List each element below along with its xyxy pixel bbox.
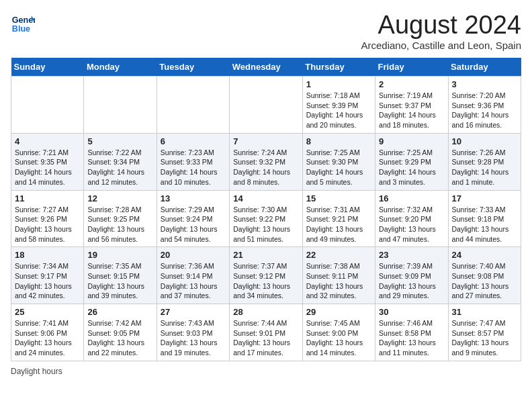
table-row: 7Sunrise: 7:24 AM Sunset: 9:32 PM Daylig…	[230, 133, 302, 190]
table-row: 8Sunrise: 7:25 AM Sunset: 9:30 PM Daylig…	[302, 133, 375, 190]
day-number: 28	[233, 307, 298, 317]
day-info: Sunrise: 7:24 AM Sunset: 9:32 PM Dayligh…	[233, 148, 298, 187]
day-info: Sunrise: 7:36 AM Sunset: 9:14 PM Dayligh…	[161, 261, 226, 301]
day-number: 10	[452, 136, 517, 146]
table-row: 11Sunrise: 7:27 AM Sunset: 9:26 PM Dayli…	[11, 190, 84, 247]
table-row	[157, 77, 229, 134]
calendar-week-row: 18Sunrise: 7:34 AM Sunset: 9:17 PM Dayli…	[11, 247, 521, 304]
header-sunday: Sunday	[11, 58, 84, 77]
day-info: Sunrise: 7:46 AM Sunset: 8:58 PM Dayligh…	[379, 318, 444, 358]
table-row: 29Sunrise: 7:45 AM Sunset: 9:00 PM Dayli…	[302, 304, 375, 361]
day-info: Sunrise: 7:39 AM Sunset: 9:09 PM Dayligh…	[379, 261, 444, 301]
day-info: Sunrise: 7:28 AM Sunset: 9:25 PM Dayligh…	[87, 205, 152, 244]
calendar-week-row: 4Sunrise: 7:21 AM Sunset: 9:35 PM Daylig…	[11, 133, 521, 190]
table-row: 10Sunrise: 7:26 AM Sunset: 9:28 PM Dayli…	[448, 133, 521, 190]
day-info: Sunrise: 7:18 AM Sunset: 9:39 PM Dayligh…	[306, 91, 371, 130]
day-info: Sunrise: 7:40 AM Sunset: 9:08 PM Dayligh…	[452, 261, 517, 301]
table-row: 18Sunrise: 7:34 AM Sunset: 9:17 PM Dayli…	[11, 247, 84, 304]
day-info: Sunrise: 7:23 AM Sunset: 9:33 PM Dayligh…	[161, 148, 226, 187]
logo-icon: General Blue	[11, 11, 35, 35]
day-info: Sunrise: 7:19 AM Sunset: 9:37 PM Dayligh…	[379, 91, 444, 130]
month-year-title: August 2024	[361, 11, 522, 40]
day-info: Sunrise: 7:47 AM Sunset: 8:57 PM Dayligh…	[452, 318, 517, 358]
day-number: 30	[379, 307, 444, 317]
day-number: 9	[379, 136, 444, 146]
svg-text:Blue: Blue	[12, 24, 30, 34]
day-info: Sunrise: 7:29 AM Sunset: 9:24 PM Dayligh…	[161, 205, 226, 244]
table-row: 15Sunrise: 7:31 AM Sunset: 9:21 PM Dayli…	[302, 190, 375, 247]
day-number: 4	[15, 136, 80, 146]
calendar-week-row: 1Sunrise: 7:18 AM Sunset: 9:39 PM Daylig…	[11, 77, 521, 134]
table-row: 28Sunrise: 7:44 AM Sunset: 9:01 PM Dayli…	[230, 304, 302, 361]
day-number: 2	[379, 79, 444, 89]
day-number: 22	[306, 250, 371, 260]
day-number: 5	[87, 136, 152, 146]
header-tuesday: Tuesday	[157, 58, 229, 77]
footer-note: Daylight hours	[11, 367, 521, 376]
day-number: 3	[452, 79, 517, 89]
header-friday: Friday	[375, 58, 448, 77]
table-row: 6Sunrise: 7:23 AM Sunset: 9:33 PM Daylig…	[157, 133, 229, 190]
table-row: 16Sunrise: 7:32 AM Sunset: 9:20 PM Dayli…	[375, 190, 448, 247]
weekday-header-row: Sunday Monday Tuesday Wednesday Thursday…	[11, 58, 521, 77]
day-info: Sunrise: 7:27 AM Sunset: 9:26 PM Dayligh…	[15, 205, 80, 244]
table-row: 3Sunrise: 7:20 AM Sunset: 9:36 PM Daylig…	[448, 77, 521, 134]
table-row: 22Sunrise: 7:38 AM Sunset: 9:11 PM Dayli…	[302, 247, 375, 304]
day-info: Sunrise: 7:44 AM Sunset: 9:01 PM Dayligh…	[233, 318, 298, 358]
day-number: 18	[15, 250, 80, 260]
table-row: 9Sunrise: 7:25 AM Sunset: 9:29 PM Daylig…	[375, 133, 448, 190]
table-row: 5Sunrise: 7:22 AM Sunset: 9:34 PM Daylig…	[84, 133, 157, 190]
day-number: 27	[161, 307, 226, 317]
day-number: 14	[233, 193, 298, 203]
day-info: Sunrise: 7:21 AM Sunset: 9:35 PM Dayligh…	[15, 148, 80, 187]
day-info: Sunrise: 7:25 AM Sunset: 9:30 PM Dayligh…	[306, 148, 371, 187]
day-number: 25	[15, 307, 80, 317]
table-row: 19Sunrise: 7:35 AM Sunset: 9:15 PM Dayli…	[84, 247, 157, 304]
day-number: 16	[379, 193, 444, 203]
table-row: 23Sunrise: 7:39 AM Sunset: 9:09 PM Dayli…	[375, 247, 448, 304]
day-info: Sunrise: 7:41 AM Sunset: 9:06 PM Dayligh…	[15, 318, 80, 358]
table-row	[230, 77, 302, 134]
table-row	[11, 77, 84, 134]
table-row: 21Sunrise: 7:37 AM Sunset: 9:12 PM Dayli…	[230, 247, 302, 304]
table-row: 17Sunrise: 7:33 AM Sunset: 9:18 PM Dayli…	[448, 190, 521, 247]
day-info: Sunrise: 7:26 AM Sunset: 9:28 PM Dayligh…	[452, 148, 517, 187]
table-row: 20Sunrise: 7:36 AM Sunset: 9:14 PM Dayli…	[157, 247, 229, 304]
page-header: General Blue August 2024 Arcediano, Cast…	[11, 11, 521, 51]
day-number: 23	[379, 250, 444, 260]
day-number: 11	[15, 193, 80, 203]
table-row: 1Sunrise: 7:18 AM Sunset: 9:39 PM Daylig…	[302, 77, 375, 134]
table-row: 26Sunrise: 7:42 AM Sunset: 9:05 PM Dayli…	[84, 304, 157, 361]
day-number: 7	[233, 136, 298, 146]
table-row: 25Sunrise: 7:41 AM Sunset: 9:06 PM Dayli…	[11, 304, 84, 361]
day-number: 26	[87, 307, 152, 317]
day-info: Sunrise: 7:30 AM Sunset: 9:22 PM Dayligh…	[233, 205, 298, 244]
calendar-week-row: 11Sunrise: 7:27 AM Sunset: 9:26 PM Dayli…	[11, 190, 521, 247]
day-info: Sunrise: 7:22 AM Sunset: 9:34 PM Dayligh…	[87, 148, 152, 187]
logo: General Blue	[11, 11, 35, 35]
day-number: 12	[87, 193, 152, 203]
table-row	[84, 77, 157, 134]
day-number: 8	[306, 136, 371, 146]
day-info: Sunrise: 7:35 AM Sunset: 9:15 PM Dayligh…	[87, 261, 152, 301]
day-number: 31	[452, 307, 517, 317]
day-info: Sunrise: 7:43 AM Sunset: 9:03 PM Dayligh…	[161, 318, 226, 358]
day-number: 29	[306, 307, 371, 317]
day-number: 1	[306, 79, 371, 89]
table-row: 2Sunrise: 7:19 AM Sunset: 9:37 PM Daylig…	[375, 77, 448, 134]
table-row: 14Sunrise: 7:30 AM Sunset: 9:22 PM Dayli…	[230, 190, 302, 247]
header-wednesday: Wednesday	[230, 58, 302, 77]
day-info: Sunrise: 7:42 AM Sunset: 9:05 PM Dayligh…	[87, 318, 152, 358]
table-row: 13Sunrise: 7:29 AM Sunset: 9:24 PM Dayli…	[157, 190, 229, 247]
day-info: Sunrise: 7:25 AM Sunset: 9:29 PM Dayligh…	[379, 148, 444, 187]
header-saturday: Saturday	[448, 58, 521, 77]
day-info: Sunrise: 7:38 AM Sunset: 9:11 PM Dayligh…	[306, 261, 371, 301]
location-subtitle: Arcediano, Castille and Leon, Spain	[361, 40, 522, 51]
table-row: 24Sunrise: 7:40 AM Sunset: 9:08 PM Dayli…	[448, 247, 521, 304]
day-info: Sunrise: 7:34 AM Sunset: 9:17 PM Dayligh…	[15, 261, 80, 301]
day-number: 13	[161, 193, 226, 203]
table-row: 31Sunrise: 7:47 AM Sunset: 8:57 PM Dayli…	[448, 304, 521, 361]
day-number: 17	[452, 193, 517, 203]
day-number: 19	[87, 250, 152, 260]
day-number: 21	[233, 250, 298, 260]
